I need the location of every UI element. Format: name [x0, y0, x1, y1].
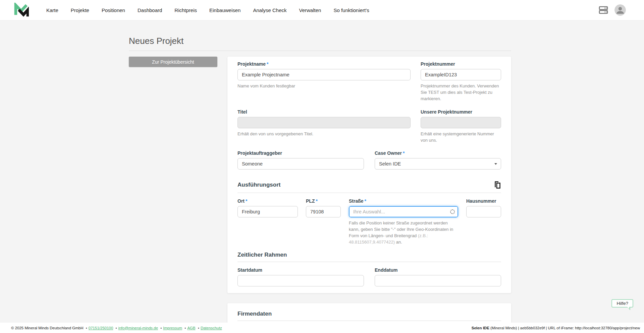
main-content: Neues Projekt Zur Projektübersicht Proje… [129, 20, 511, 333]
user-avatar-icon[interactable] [614, 4, 626, 16]
footer-agb-link[interactable]: AGB [187, 326, 195, 330]
projektname-label: Projektname [237, 61, 266, 67]
field-unsere-projektnummer: Unsere Projektnummer Erhält eine systemg… [421, 109, 501, 143]
startdatum-input[interactable] [237, 275, 364, 286]
footer-left: © 2025 Mineral Minds Deutschland GmbH •0… [11, 326, 222, 330]
project-form-card: Projektname* Name vom Kunden festlegbar … [227, 57, 511, 293]
nav-analyse-check[interactable]: Analyse Check [253, 7, 286, 13]
required-marker: * [365, 198, 366, 204]
footer-email-link[interactable]: info@mineral-minds.de [118, 326, 158, 330]
nav-einbauweisen[interactable]: Einbauweisen [209, 7, 240, 13]
required-marker: * [403, 150, 405, 156]
field-case-owner: Case Owner* Selen IDE [375, 150, 501, 170]
strasse-label: Straße [349, 198, 364, 204]
nav-positionen[interactable]: Positionen [102, 7, 125, 13]
field-projektname: Projektname* Name vom Kunden festlegbar [237, 61, 411, 102]
app-footer: © 2025 Mineral Minds Deutschland GmbH •0… [0, 323, 644, 333]
footer-datenschutz-link[interactable]: Datenschutz [201, 326, 222, 330]
field-plz: PLZ* [306, 198, 341, 245]
footer-status-user: Selen IDE [472, 326, 489, 330]
titel-label: Titel [237, 109, 411, 115]
footer-status-rest: (Mineral Minds) | aeb5bb032e9f | URL of … [489, 326, 640, 330]
nav-karte[interactable]: Karte [46, 7, 58, 13]
plz-label: PLZ [306, 198, 315, 204]
app-header: Karte Projekte Positionen Dashboard Rich… [0, 0, 644, 20]
case-owner-label: Case Owner [375, 150, 402, 156]
copy-location-icon[interactable] [494, 181, 501, 189]
required-marker: * [246, 198, 247, 204]
mineral-minds-logo-icon[interactable] [13, 3, 29, 17]
strasse-input[interactable] [349, 206, 458, 217]
field-strasse: Straße* Falls die Position keiner Straße… [349, 198, 458, 245]
page-title: Neues Projekt [129, 36, 511, 51]
enddatum-label: Enddatum [375, 267, 501, 273]
help-button[interactable]: Hilfe? [611, 299, 633, 308]
projektauftraggeber-input[interactable] [237, 158, 364, 170]
right-column: Projektname* Name vom Kunden festlegbar … [227, 57, 511, 333]
project-overview-button[interactable]: Zur Projektübersicht [129, 57, 217, 67]
projektname-input[interactable] [237, 69, 411, 80]
nav-verwalten[interactable]: Verwalten [299, 7, 321, 13]
field-projektauftraggeber: Projektauftraggeber [237, 150, 364, 170]
nav-dashboard[interactable]: Dashboard [138, 7, 162, 13]
unsere-projektnummer-input [421, 117, 501, 128]
nav-so-funktionierts[interactable]: So funktioniert's [333, 7, 369, 13]
header-right [598, 4, 626, 16]
chevron-down-icon [494, 163, 497, 165]
field-enddatum: Enddatum [375, 267, 501, 286]
left-column: Zur Projektübersicht [129, 57, 217, 67]
required-marker: * [267, 61, 268, 67]
footer-phone-link[interactable]: 07151/250100 [89, 326, 113, 330]
titel-hint: Erhält den von uns vorgegebenen Titel. [237, 131, 411, 137]
field-projektnummer: Projektnummer Projektnummer des Kunden. … [421, 61, 501, 102]
section-zeitlicher-rahmen-title: Zeitlicher Rahmen [237, 252, 287, 258]
unsere-projektnummer-label: Unsere Projektnummer [421, 109, 501, 115]
case-owner-value: Selen IDE [379, 161, 401, 166]
projektnummer-label: Projektnummer [421, 61, 501, 67]
hausnummer-input[interactable] [466, 206, 501, 217]
nav-richtpreis[interactable]: Richtpreis [174, 7, 197, 13]
strasse-hint: Falls die Position keiner Straße zugeord… [349, 220, 458, 245]
field-startdatum: Startdatum [237, 267, 364, 286]
enddatum-input[interactable] [375, 275, 501, 286]
projektauftraggeber-label: Projektauftraggeber [237, 150, 364, 156]
section-ausfuehrungsort-title: Ausführungsort [237, 182, 280, 188]
plz-input[interactable] [306, 206, 341, 217]
ort-input[interactable] [237, 206, 298, 217]
footer-copyright: © 2025 Mineral Minds Deutschland GmbH [11, 326, 84, 330]
server-status-icon[interactable] [598, 6, 608, 14]
field-ort: Ort* [237, 198, 298, 245]
projektnummer-hint: Projektnummer des Kunden. Verwenden Sie … [421, 83, 501, 102]
ort-label: Ort [237, 198, 245, 204]
field-hausnummer: Hausnummer [466, 198, 501, 245]
startdatum-label: Startdatum [237, 267, 364, 273]
unsere-projektnummer-hint: Erhält eine systemgenerierte Nummer von … [421, 131, 501, 143]
section-firmendaten-title: Firmendaten [237, 311, 272, 317]
footer-impressum-link[interactable]: Impressum [163, 326, 182, 330]
nav-projekte[interactable]: Projekte [71, 7, 89, 13]
projektname-hint: Name vom Kunden festlegbar [237, 83, 411, 89]
hausnummer-label: Hausnummer [466, 198, 501, 204]
required-marker: * [316, 198, 317, 204]
footer-status: Selen IDE (Mineral Minds) | aeb5bb032e9f… [472, 326, 640, 330]
main-nav: Karte Projekte Positionen Dashboard Rich… [46, 7, 382, 13]
titel-input [237, 117, 411, 128]
field-titel: Titel Erhält den von uns vorgegebenen Ti… [237, 109, 411, 143]
case-owner-select[interactable]: Selen IDE [375, 158, 501, 170]
projektnummer-input[interactable] [421, 69, 501, 80]
loading-spinner-icon [450, 209, 455, 214]
